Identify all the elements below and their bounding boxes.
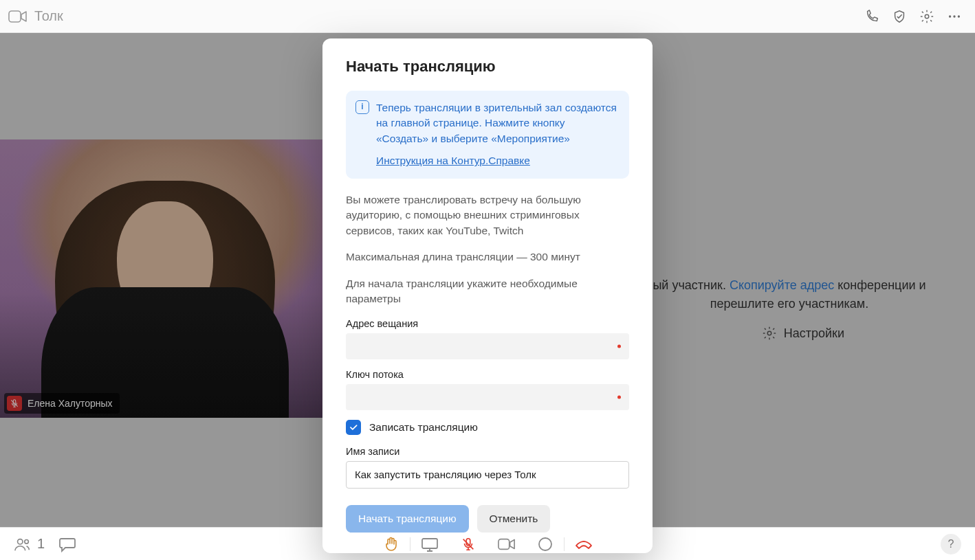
mic-toggle-button[interactable] xyxy=(452,532,484,557)
modal-paragraph-2: Максимальная длина трансляции — 300 мину… xyxy=(346,249,629,265)
modal-paragraph-3: Для начала трансляции укажите необходимы… xyxy=(346,276,629,307)
svg-point-10 xyxy=(539,538,551,550)
participant-count: 1 xyxy=(37,536,45,552)
svg-point-3 xyxy=(953,15,955,17)
record-checkbox[interactable] xyxy=(346,420,361,435)
key-label: Ключ потока xyxy=(346,369,629,380)
shield-button[interactable] xyxy=(887,4,912,29)
cancel-button[interactable]: Отменить xyxy=(477,505,551,533)
stream-key-input[interactable] xyxy=(346,384,629,410)
svg-point-7 xyxy=(25,539,29,544)
raise-hand-button[interactable] xyxy=(375,532,407,557)
top-bar: Толк xyxy=(0,0,975,33)
gear-button[interactable] xyxy=(914,4,939,29)
svg-point-6 xyxy=(18,539,23,544)
info-icon: i xyxy=(355,100,369,114)
info-help-link[interactable]: Инструкция на Контур.Справке xyxy=(376,153,530,168)
svg-point-2 xyxy=(949,15,951,17)
main-stage: Елена Халуторных ый участник. Скопируйте… xyxy=(0,33,975,527)
camera-toggle-button[interactable] xyxy=(491,532,523,557)
stream-address-input[interactable] xyxy=(346,333,629,359)
start-stream-modal: Начать трансляцию i Теперь трансляции в … xyxy=(322,38,653,553)
recording-name-label: Имя записи xyxy=(346,446,629,457)
record-checkbox-label: Записать трансляцию xyxy=(369,421,478,434)
phone-button[interactable] xyxy=(859,4,884,29)
app-name: Толк xyxy=(34,8,63,24)
recording-name-input[interactable] xyxy=(346,461,629,489)
end-call-button[interactable] xyxy=(568,532,600,557)
bottom-bar: 1 ? xyxy=(0,527,975,560)
modal-paragraph-1: Вы можете транслировать встречу на больш… xyxy=(346,192,629,238)
more-button[interactable] xyxy=(942,4,967,29)
required-indicator xyxy=(617,395,621,399)
svg-point-1 xyxy=(925,14,929,19)
svg-rect-0 xyxy=(9,11,21,22)
info-text: Теперь трансляции в зрительный зал созда… xyxy=(376,100,618,146)
svg-point-4 xyxy=(958,15,960,17)
help-button[interactable]: ? xyxy=(941,534,961,555)
info-callout: i Теперь трансляции в зрительный зал соз… xyxy=(346,91,629,179)
required-indicator xyxy=(617,344,621,348)
svg-rect-9 xyxy=(499,539,510,549)
record-button[interactable] xyxy=(529,532,561,557)
svg-rect-8 xyxy=(422,539,437,548)
share-screen-button[interactable] xyxy=(414,532,446,557)
top-bar-actions xyxy=(859,4,967,29)
address-label: Адрес вещания xyxy=(346,318,629,329)
chat-button[interactable] xyxy=(58,536,76,552)
participants-button[interactable]: 1 xyxy=(14,536,45,552)
modal-title: Начать трансляцию xyxy=(346,58,629,76)
start-stream-button[interactable]: Начать трансляцию xyxy=(346,505,469,533)
camera-icon xyxy=(8,10,28,23)
app-brand: Толк xyxy=(8,8,63,24)
